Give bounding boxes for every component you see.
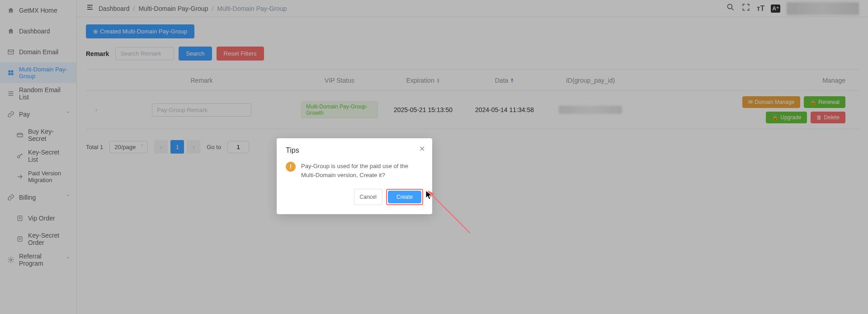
modal-overlay[interactable]	[0, 0, 868, 314]
dialog-title: Tips	[286, 146, 423, 155]
close-icon[interactable]: ✕	[419, 145, 425, 153]
cancel-button[interactable]: Cancel	[354, 189, 382, 205]
annotation-highlight: Create	[386, 189, 423, 205]
tips-dialog: Tips ✕ ! Pay-Group is used for the paid …	[277, 138, 432, 214]
dialog-message: Pay-Group is used for the paid use of th…	[301, 162, 423, 180]
create-button[interactable]: Create	[388, 191, 421, 203]
warning-icon: !	[286, 162, 296, 172]
